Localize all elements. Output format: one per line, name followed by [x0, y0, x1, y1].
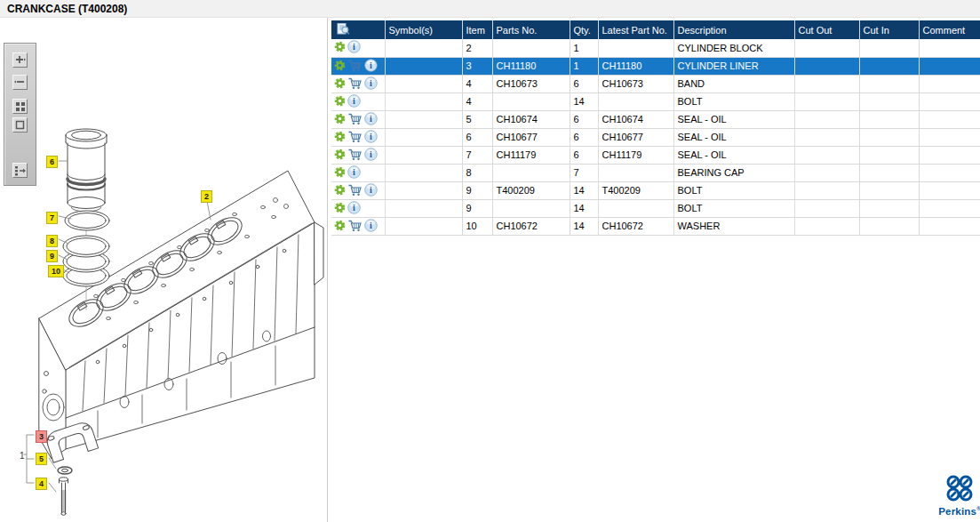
cell-qty: 14 [570, 217, 598, 235]
cell-actions: i [331, 75, 385, 92]
cell-parts-no: CH10677 [492, 128, 570, 146]
callout-8[interactable]: 8 [46, 235, 58, 247]
info-icon[interactable]: i [364, 148, 378, 163]
gear-icon[interactable] [334, 166, 346, 180]
list-arrow-icon [15, 166, 26, 176]
cell-cut-out [794, 92, 859, 110]
preview-search-icon [335, 22, 351, 36]
table-row[interactable]: i4CH106736CH10673BAND [331, 75, 980, 92]
gear-icon[interactable] [334, 184, 346, 197]
cell-parts-no: CH10672 [492, 217, 570, 235]
cell-symbols [385, 75, 462, 92]
cell-qty: 1 [570, 39, 598, 57]
callout-1[interactable]: 1 [16, 449, 28, 462]
full-view-button[interactable] [12, 117, 28, 133]
cell-latest-part-no: CH11180 [598, 57, 673, 75]
info-icon[interactable]: i [347, 165, 361, 181]
callout-10[interactable]: 10 [48, 265, 64, 277]
info-icon[interactable]: i [364, 76, 378, 92]
bolt-drawing[interactable] [60, 478, 68, 516]
gear-icon[interactable] [334, 202, 346, 215]
cell-actions: i [331, 217, 385, 235]
info-icon[interactable]: i [364, 219, 378, 234]
callout-3[interactable]: 3 [36, 430, 47, 443]
gear-icon[interactable] [334, 77, 346, 91]
cell-cut-in [859, 128, 919, 146]
cell-cut-out [794, 39, 859, 57]
cell-comment [919, 128, 980, 146]
gear-icon[interactable] [334, 149, 346, 162]
table-row[interactable]: i5CH106746CH10674SEAL - OIL [331, 110, 980, 128]
cell-symbols [385, 181, 462, 199]
cell-comment [919, 217, 980, 235]
info-icon[interactable]: i [364, 183, 378, 198]
gear-icon[interactable] [334, 95, 346, 108]
washer-drawing[interactable] [58, 467, 72, 474]
cell-actions: i [331, 164, 385, 181]
callout-5[interactable]: 5 [36, 453, 47, 465]
add-to-cart-icon[interactable] [347, 112, 363, 127]
cell-description: SEAL - OIL [673, 146, 794, 164]
add-to-cart-icon[interactable] [347, 76, 363, 92]
gear-icon[interactable] [334, 60, 346, 73]
column-header-symbol-s-: Symbol(s) [385, 20, 462, 39]
title-bar: CRANKCASE (T400208) [0, 0, 980, 18]
info-icon[interactable]: i [364, 130, 378, 145]
cell-actions: i [331, 146, 385, 164]
gear-icon[interactable] [334, 131, 346, 144]
zoom-in-button[interactable] [12, 52, 28, 68]
table-row[interactable]: i414BOLT [331, 92, 980, 110]
cell-cut-in [859, 199, 919, 217]
cell-qty: 6 [570, 146, 598, 164]
info-icon[interactable]: i [364, 59, 378, 74]
cell-description: BOLT [673, 181, 794, 199]
cell-actions: i [331, 110, 385, 128]
svg-text:i: i [370, 60, 372, 70]
table-row[interactable]: i6CH106776CH10677SEAL - OIL [331, 128, 980, 146]
info-icon[interactable]: i [347, 201, 361, 216]
cell-latest-part-no: CH11179 [598, 146, 673, 164]
table-header-row: Symbol(s)ItemParts No.Qty.Latest Part No… [331, 20, 980, 39]
toggle-list-button[interactable] [12, 163, 28, 178]
add-to-cart-icon[interactable] [347, 130, 363, 145]
cell-parts-no [492, 39, 570, 57]
table-row[interactable]: i7CH111796CH11179SEAL - OIL [331, 146, 980, 164]
callout-6[interactable]: 6 [46, 156, 58, 168]
svg-text:i: i [353, 167, 355, 177]
table-row[interactable]: i87BEARING CAP [331, 164, 980, 181]
gear-icon[interactable] [334, 41, 346, 54]
seal-rings-drawing[interactable] [63, 211, 109, 286]
cell-qty: 1 [570, 57, 598, 75]
gear-icon[interactable] [334, 220, 346, 233]
cell-symbols [385, 39, 462, 57]
parts-table: Symbol(s)ItemParts No.Qty.Latest Part No… [331, 20, 980, 236]
cell-comment [919, 164, 980, 181]
column-header-preview [331, 20, 385, 39]
table-row[interactable]: i3CH111801CH11180CYLINDER LINER [331, 57, 980, 75]
callout-4[interactable]: 4 [36, 478, 47, 490]
cell-qty: 6 [570, 128, 598, 146]
info-icon[interactable]: i [364, 112, 378, 127]
info-icon[interactable]: i [347, 94, 361, 109]
add-to-cart-icon[interactable] [347, 148, 363, 163]
callout-9[interactable]: 9 [46, 250, 58, 262]
callout-2[interactable]: 2 [201, 190, 212, 203]
grid-icon [16, 102, 25, 111]
callout-7[interactable]: 7 [46, 212, 58, 224]
table-row[interactable]: i21CYLINDER BLOCK [331, 39, 980, 57]
cell-latest-part-no: CH10672 [598, 217, 673, 235]
add-to-cart-icon[interactable] [347, 59, 363, 74]
tile-view-button[interactable] [12, 99, 28, 114]
cell-item: 6 [462, 128, 492, 146]
gear-icon[interactable] [334, 113, 346, 126]
table-row[interactable]: i9T40020914T400209BOLT [331, 181, 980, 199]
cell-actions: i [331, 181, 385, 199]
add-to-cart-icon[interactable] [347, 183, 363, 198]
cell-latest-part-no: CH10677 [598, 128, 673, 146]
add-to-cart-icon[interactable] [347, 219, 363, 234]
table-row[interactable]: i10CH1067214CH10672WASHER [331, 217, 980, 235]
zoom-out-button[interactable] [12, 75, 28, 90]
info-icon[interactable]: i [347, 40, 361, 55]
table-row[interactable]: i914BOLT [331, 199, 980, 217]
cell-cut-in [859, 110, 919, 128]
